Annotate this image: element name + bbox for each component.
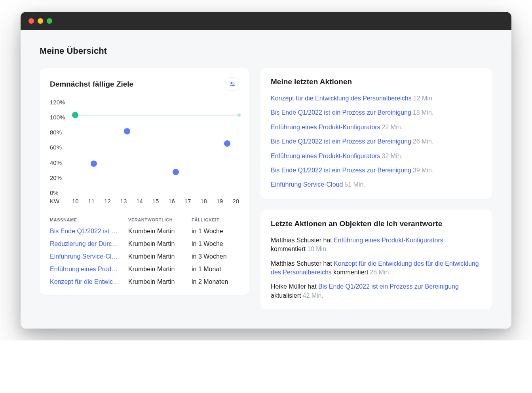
action-item: Konzept für die Entwicklung des Personal… xyxy=(271,94,482,103)
actor-text: Matthias Schuster hat xyxy=(271,237,334,244)
owned-actions-title: Letzte Aktionen an Objekten die ich vera… xyxy=(271,219,442,228)
y-tick: 40% xyxy=(50,159,72,166)
y-tick: 100% xyxy=(50,114,72,121)
y-tick: 120% xyxy=(50,99,72,106)
owned-action-item: Matthias Schuster hat Konzept für die En… xyxy=(271,259,482,277)
svg-point-2 xyxy=(231,83,232,84)
goal-owner: Krumbein Martin xyxy=(128,240,184,248)
verb-text: aktualisiert xyxy=(271,292,301,299)
minimize-icon[interactable] xyxy=(38,18,43,24)
verb-text: kommentiert xyxy=(271,246,306,252)
upcoming-goals-title: Demnächst fällige Ziele xyxy=(50,80,133,89)
action-time: 18 Min. xyxy=(413,109,433,116)
goal-due: in 1 Woche xyxy=(192,240,239,248)
chart-point xyxy=(72,112,78,118)
actor-text: Heike Müller hat xyxy=(271,283,318,290)
x-tick: 11 xyxy=(88,198,95,206)
action-item: Einführung Service-Cloud51 Min. xyxy=(271,180,482,189)
action-item: Bis Ende Q1/2022 ist ein Prozess zur Ber… xyxy=(271,137,482,146)
dashboard-grid: Demnächst fällige Ziele 120%100%80%60%40… xyxy=(40,68,492,310)
goal-due: in 2 Monaten xyxy=(192,278,239,285)
action-link[interactable]: Enführung eines Produkt-Konfigurators xyxy=(271,153,380,159)
action-item: Bis Ende Q1/2022 ist ein Prozess zur Ber… xyxy=(271,108,482,117)
chart-point xyxy=(173,169,179,175)
owned-actions-card: Letzte Aktionen an Objekten die ich vera… xyxy=(260,210,492,310)
object-link[interactable]: Enführung eines Produkt-Konfigurators xyxy=(334,237,443,244)
y-tick: 60% xyxy=(50,144,72,151)
goals-chart: 120%100%80%60%40%20%0% KW 10111213141516… xyxy=(50,99,239,206)
goal-link[interactable]: Bis Ende Q1/2022 ist ein P… xyxy=(50,228,120,235)
x-tick: 16 xyxy=(168,198,175,206)
x-tick: 10 xyxy=(72,198,79,206)
page-title: Meine Übersicht xyxy=(40,46,492,56)
svg-point-3 xyxy=(233,85,234,86)
y-tick: 20% xyxy=(50,174,72,181)
action-item: Enführung eines Produkt-Konfigurators32 … xyxy=(271,152,482,161)
target-line xyxy=(72,115,239,115)
goals-table: MASSNAME VERANTWORTLICH FÄLLIGKEIT Bis E… xyxy=(50,217,239,285)
action-link[interactable]: Einführung Service-Cloud xyxy=(271,181,343,188)
filter-button[interactable] xyxy=(226,77,239,91)
col-due: FÄLLIGKEIT xyxy=(192,217,239,222)
x-tick: 15 xyxy=(152,198,159,206)
object-link[interactable]: Bis Ende Q1/2022 ist ein Prozess zur Ber… xyxy=(318,283,459,290)
verb-text: kommentiert xyxy=(332,269,368,276)
upcoming-goals-card: Demnächst fällige Ziele 120%100%80%60%40… xyxy=(40,68,249,295)
action-time: 10 Min. xyxy=(307,246,328,252)
x-tick: 13 xyxy=(120,198,127,206)
action-time: 51 Min. xyxy=(344,181,365,188)
action-item: Bis Ende Q1/2022 ist ein Prozess zur Ber… xyxy=(271,166,482,175)
target-end-dot xyxy=(238,113,241,117)
x-tick: 12 xyxy=(104,198,111,206)
x-tick: 17 xyxy=(184,198,191,206)
action-time: 32 Min. xyxy=(382,153,403,159)
owned-action-item: Heike Müller hat Bis Ende Q1/2022 ist ei… xyxy=(271,282,482,300)
action-item: Enführung eines Produkt-Konfigurators22 … xyxy=(271,123,482,132)
maximize-icon[interactable] xyxy=(47,18,52,24)
action-link[interactable]: Enführung eines Produkt-Konfigurators xyxy=(271,124,380,130)
x-tick: 20 xyxy=(232,198,239,206)
goal-link[interactable]: Einführung Service-Cloud… xyxy=(50,253,120,260)
goal-due: in 3 Wochen xyxy=(192,253,239,260)
chart-point xyxy=(91,161,97,167)
content: Meine Übersicht Demnächst fällige Ziele xyxy=(21,30,511,329)
titlebar xyxy=(21,12,511,30)
action-time: 12 Min. xyxy=(413,95,434,102)
x-tick: 18 xyxy=(200,198,207,206)
goal-link[interactable]: Reduzierung der Durchlauf… xyxy=(50,240,120,248)
col-massname: MASSNAME xyxy=(50,217,120,222)
owned-action-item: Matthias Schuster hat Enführung eines Pr… xyxy=(271,236,482,254)
sliders-icon xyxy=(229,81,236,88)
action-time: 28 Min. xyxy=(370,269,390,276)
col-owner: VERANTWORTLICH xyxy=(128,217,184,222)
actor-text: Matthias Schuster hat xyxy=(271,260,334,267)
action-time: 39 Min. xyxy=(413,167,433,174)
x-axis-label: KW xyxy=(50,198,72,206)
goal-link[interactable]: Konzept für die Entwicklun… xyxy=(50,278,120,285)
goal-link[interactable]: Enführung eines Produkt… xyxy=(50,266,120,273)
action-time: 22 Min. xyxy=(382,124,403,130)
recent-actions-card: Meine letzten Aktionen Konzept für die E… xyxy=(260,68,492,199)
action-link[interactable]: Bis Ende Q1/2022 ist ein Prozess zur Ber… xyxy=(271,167,411,174)
y-tick: 80% xyxy=(50,129,72,136)
action-time: 42 Min. xyxy=(302,292,323,299)
action-link[interactable]: Bis Ende Q1/2022 ist ein Prozess zur Ber… xyxy=(271,138,411,145)
action-link[interactable]: Konzept für die Entwicklung des Personal… xyxy=(271,95,412,102)
close-icon[interactable] xyxy=(28,18,34,24)
x-tick: 19 xyxy=(217,198,223,206)
goal-owner: Krumbein Martin xyxy=(128,228,184,235)
goal-owner: Krumbein Martin xyxy=(128,266,184,273)
app-window: Meine Übersicht Demnächst fällige Ziele xyxy=(21,12,511,329)
chart-point xyxy=(224,140,230,147)
x-tick: 14 xyxy=(136,198,143,206)
chart-point xyxy=(124,128,130,134)
recent-actions-title: Meine letzten Aktionen xyxy=(271,77,352,86)
action-time: 26 Min. xyxy=(413,138,433,145)
goal-due: in 1 Woche xyxy=(192,228,239,235)
y-tick: 0% xyxy=(50,189,72,196)
action-link[interactable]: Bis Ende Q1/2022 ist ein Prozess zur Ber… xyxy=(271,109,411,116)
goal-due: in 1 Monat xyxy=(192,266,239,273)
traffic-lights xyxy=(28,18,52,24)
goal-owner: Krumbein Martin xyxy=(128,253,184,260)
goal-owner: Krumbein Martin xyxy=(128,278,184,285)
